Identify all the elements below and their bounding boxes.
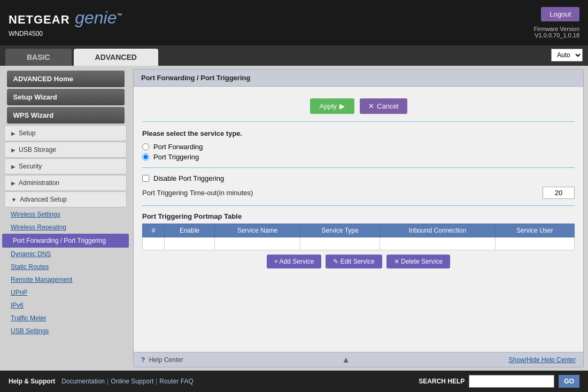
go-button[interactable]: GO xyxy=(559,375,579,388)
delete-service-button[interactable]: ✕ Delete Service xyxy=(386,255,450,268)
radio-port-forwarding[interactable]: Port Forwarding xyxy=(142,143,575,151)
apply-arrow-icon: ▶ xyxy=(339,102,345,110)
add-service-button[interactable]: + Add Service xyxy=(267,255,321,268)
search-help-label: SEARCH HELP xyxy=(419,378,465,385)
sidebar-link-ipv6[interactable]: IPv6 xyxy=(0,299,131,312)
sidebar-item-usb-storage[interactable]: ▶ USB Storage xyxy=(4,142,127,158)
sidebar-link-port-forwarding[interactable]: Port Forwarding / Port Triggering xyxy=(2,234,129,248)
logo-line: NETGEAR genie™ xyxy=(9,8,122,28)
main-layout: ADVANCED Home Setup Wizard WPS Wizard ▶ … xyxy=(0,66,588,371)
sidebar-advanced-home[interactable]: ADVANCED Home xyxy=(7,71,125,87)
sidebar-item-security[interactable]: ▶ Security xyxy=(4,158,127,174)
bottom-bar: Help & Support Documentation | Online Su… xyxy=(0,371,588,392)
sidebar-link-remote-management[interactable]: Remote Management xyxy=(0,273,131,286)
col-inbound: Inbound Connection xyxy=(380,224,495,237)
cancel-button[interactable]: ✕ Cancel xyxy=(360,98,407,114)
header: NETGEAR genie™ WNDR4500 Logout Firmware … xyxy=(0,0,588,45)
firmware-info: Firmware Version V1.0.0.70_1.0.18 xyxy=(533,26,579,39)
disable-port-triggering-row: Disable Port Triggering xyxy=(142,174,575,182)
table-actions: + Add Service ✎ Edit Service ✕ Delete Se… xyxy=(142,255,575,268)
timeout-row: Port Triggering Time-out(in minutes) 20 xyxy=(142,187,575,199)
bottom-links: Help & Support Documentation | Online Su… xyxy=(9,378,194,385)
search-input[interactable] xyxy=(469,375,554,388)
sidebar-link-wireless-repeating[interactable]: Wireless Repeating xyxy=(0,221,131,234)
divider-1 xyxy=(142,167,575,168)
sidebar-item-advanced-setup[interactable]: ▼ Advanced Setup xyxy=(4,191,127,207)
radio-port-triggering[interactable]: Port Triggering xyxy=(142,153,575,161)
show-hide-help-link[interactable]: Show/Hide Help Center xyxy=(509,356,576,364)
search-area: SEARCH HELP GO xyxy=(419,375,579,388)
tab-advanced[interactable]: ADVANCED xyxy=(74,49,158,66)
timeout-input[interactable]: 20 xyxy=(543,187,575,199)
logo-netgear: NETGEAR xyxy=(9,13,70,26)
header-right: Logout Firmware Version V1.0.0.70_1.0.18 xyxy=(533,7,579,39)
auto-dropdown[interactable]: Auto xyxy=(551,49,583,62)
model-name: WNDR4500 xyxy=(9,30,122,37)
col-num: # xyxy=(143,224,165,237)
content-area: Port Forwarding / Port Triggering Apply … xyxy=(133,69,584,367)
radio-port-triggering-input[interactable] xyxy=(142,153,149,160)
sidebar-setup-wizard[interactable]: Setup Wizard xyxy=(7,89,125,105)
arrow-icon: ▶ xyxy=(11,130,16,136)
logo-area: NETGEAR genie™ WNDR4500 xyxy=(9,8,122,37)
disable-port-triggering-checkbox[interactable] xyxy=(142,175,149,182)
router-faq-link[interactable]: Router FAQ xyxy=(159,378,193,385)
sidebar-link-dynamic-dns[interactable]: Dynamic DNS xyxy=(0,248,131,260)
tab-bar: BASIC ADVANCED Auto xyxy=(0,45,588,66)
col-enable: Enable xyxy=(165,224,215,237)
table-title: Port Triggering Portmap Table xyxy=(142,212,575,220)
arrow-icon: ▶ xyxy=(11,180,16,186)
divider-2 xyxy=(142,205,575,206)
documentation-link[interactable]: Documentation xyxy=(61,378,105,385)
sidebar-link-usb-settings[interactable]: USB Settings xyxy=(0,325,131,337)
radio-group: Port Forwarding Port Triggering xyxy=(142,143,575,161)
collapse-icon[interactable]: ▲ xyxy=(342,355,350,365)
action-bar: Apply ▶ ✕ Cancel xyxy=(142,93,575,122)
radio-port-forwarding-input[interactable] xyxy=(142,143,149,150)
service-type-label: Please select the service type. xyxy=(142,129,575,137)
logout-button[interactable]: Logout xyxy=(541,7,579,21)
footer-help-bar: ? Help Center ▲ Show/Hide Help Center xyxy=(134,352,583,367)
apply-button[interactable]: Apply ▶ xyxy=(310,98,355,114)
sidebar-item-administration[interactable]: ▶ Administration xyxy=(4,175,127,191)
content-body: Apply ▶ ✕ Cancel Please select the servi… xyxy=(134,87,583,352)
help-center-area: ? Help Center xyxy=(141,356,183,364)
sidebar-link-traffic-meter[interactable]: Traffic Meter xyxy=(0,312,131,325)
col-service-user: Service User xyxy=(495,224,574,237)
col-service-name: Service Name xyxy=(215,224,300,237)
table-row xyxy=(143,237,575,250)
portmap-table: # Enable Service Name Service Type Inbou… xyxy=(142,224,575,250)
edit-service-button[interactable]: ✎ Edit Service xyxy=(326,255,382,268)
col-service-type: Service Type xyxy=(300,224,380,237)
sidebar-link-upnp[interactable]: UPnP xyxy=(0,286,131,299)
help-circle-icon: ? xyxy=(141,356,145,364)
sidebar: ADVANCED Home Setup Wizard WPS Wizard ▶ … xyxy=(0,66,131,371)
sidebar-item-setup[interactable]: ▶ Setup xyxy=(4,125,127,141)
help-support-label: Help & Support xyxy=(9,378,55,385)
logo-tm: ™ xyxy=(117,12,122,18)
sidebar-link-static-routes[interactable]: Static Routes xyxy=(0,260,131,273)
arrow-icon: ▶ xyxy=(11,147,16,153)
help-center-label: Help Center xyxy=(149,356,183,364)
sidebar-wps-wizard[interactable]: WPS Wizard xyxy=(7,107,125,124)
timeout-label: Port Triggering Time-out(in minutes) xyxy=(142,189,253,197)
cancel-x-icon: ✕ xyxy=(368,102,374,110)
content-title: Port Forwarding / Port Triggering xyxy=(134,70,583,87)
online-support-link[interactable]: Online Support xyxy=(111,378,153,385)
arrow-icon: ▶ xyxy=(11,164,16,170)
arrow-down-icon: ▼ xyxy=(11,197,17,203)
auto-select-area: Auto xyxy=(551,49,583,62)
logo-genie: genie™ xyxy=(75,8,122,27)
sidebar-link-wireless-settings[interactable]: Wireless Settings xyxy=(0,208,131,221)
tab-basic[interactable]: BASIC xyxy=(5,49,72,66)
